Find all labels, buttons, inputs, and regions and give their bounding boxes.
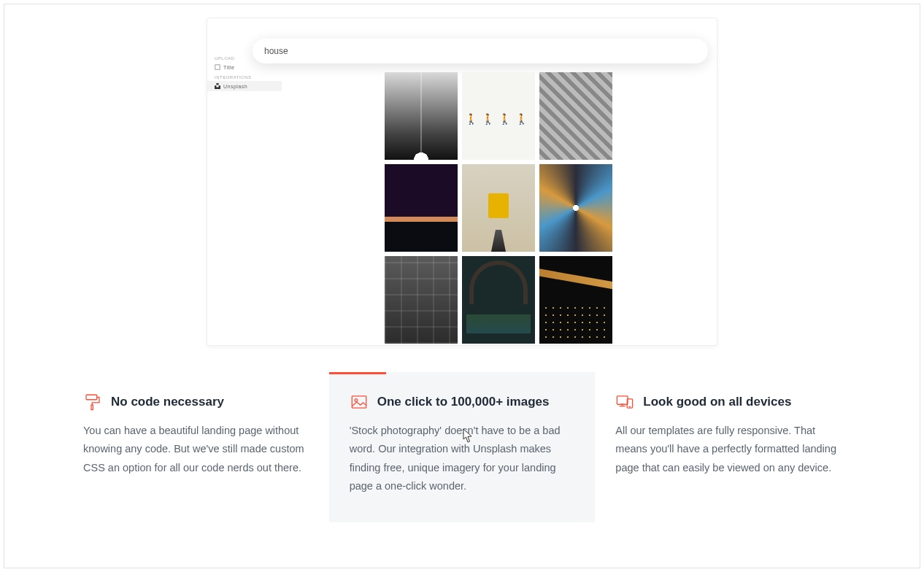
sidebar-item-label: Title (223, 65, 234, 70)
image-tile[interactable] (539, 164, 612, 252)
svg-rect-0 (215, 65, 220, 69)
title-icon (215, 64, 220, 70)
image-icon (350, 393, 369, 411)
feature-body: 'Stock photography' doesn't have to be a… (350, 422, 575, 496)
unsplash-icon (215, 83, 220, 89)
svg-rect-3 (91, 405, 93, 410)
search-input[interactable] (264, 46, 696, 56)
feature-body: All our templates are fully responsive. … (615, 422, 841, 477)
sidebar-item-unsplash[interactable]: Unsplash (207, 81, 282, 91)
sidebar-section-integrations: INTEGRATIONS (207, 72, 282, 81)
svg-rect-4 (352, 396, 366, 408)
svg-point-5 (355, 399, 358, 402)
features-row: No code necessary You can have a beautif… (63, 372, 861, 522)
feature-title: One click to 100,000+ images (377, 395, 550, 409)
page-frame: UPLOAD Title INTEGRATIONS Unsplash (4, 4, 920, 568)
feature-header: One click to 100,000+ images (350, 393, 575, 411)
feature-body: You can have a beautiful landing page wi… (83, 422, 309, 477)
feature-responsive: Look good on all devices All our templat… (595, 372, 861, 522)
demo-window: UPLOAD Title INTEGRATIONS Unsplash (207, 18, 717, 346)
image-results-grid: 🚶🚶🚶🚶 (288, 72, 709, 344)
feature-no-code: No code necessary You can have a beautif… (63, 372, 329, 522)
demo-screenshot: UPLOAD Title INTEGRATIONS Unsplash (207, 18, 717, 346)
image-tile[interactable]: 🚶🚶🚶🚶 (462, 72, 535, 160)
image-tile[interactable] (385, 256, 458, 344)
svg-rect-6 (617, 396, 628, 404)
feature-header: Look good on all devices (615, 393, 841, 411)
image-tile[interactable] (385, 72, 458, 160)
svg-rect-2 (86, 395, 97, 400)
feature-title: No code necessary (111, 395, 224, 409)
sidebar-item-title[interactable]: Title (207, 62, 282, 72)
image-tile[interactable] (462, 256, 535, 344)
image-tile[interactable] (385, 164, 458, 252)
svg-rect-1 (216, 83, 218, 85)
feature-title: Look good on all devices (643, 395, 791, 409)
image-tile[interactable] (462, 164, 535, 252)
image-tile[interactable] (539, 72, 612, 160)
paint-roller-icon (83, 393, 102, 411)
image-tile[interactable] (539, 256, 612, 344)
search-bar[interactable] (253, 39, 708, 63)
sidebar-item-label: Unsplash (223, 84, 247, 89)
devices-icon (615, 393, 634, 411)
feature-header: No code necessary (83, 393, 309, 411)
feature-images[interactable]: One click to 100,000+ images 'Stock phot… (329, 372, 596, 522)
